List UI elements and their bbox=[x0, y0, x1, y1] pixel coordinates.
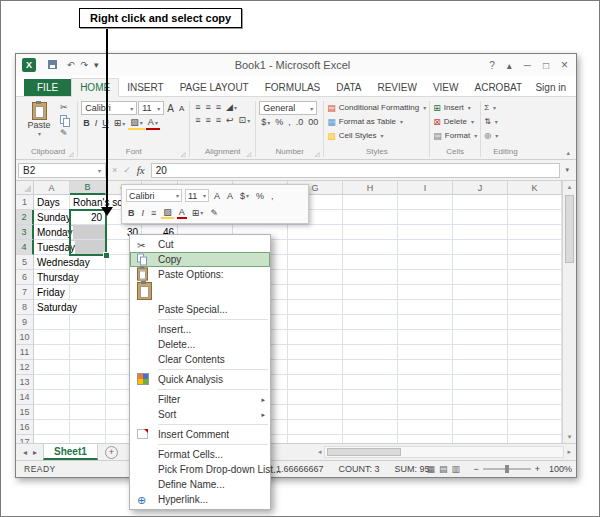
cell-A5[interactable]: Wednesday bbox=[34, 255, 70, 270]
scroll-up-icon[interactable]: ▴ bbox=[563, 181, 576, 193]
mini-grow-font-button[interactable]: A bbox=[212, 191, 222, 201]
cell-J10[interactable] bbox=[453, 330, 508, 345]
cell-K8[interactable] bbox=[508, 300, 562, 315]
cell-A10[interactable] bbox=[34, 330, 70, 345]
cell-K9[interactable] bbox=[508, 315, 562, 330]
cell-J14[interactable] bbox=[453, 390, 508, 405]
cell-I17[interactable] bbox=[398, 435, 453, 443]
cell-I10[interactable] bbox=[398, 330, 453, 345]
format-painter-button[interactable]: ✎ bbox=[58, 127, 72, 139]
cell-B17[interactable] bbox=[70, 435, 106, 443]
row-header-15[interactable]: 15 bbox=[16, 405, 34, 420]
mini-bold-button[interactable]: B bbox=[126, 208, 137, 218]
mini-accounting-button[interactable]: $▾ bbox=[238, 191, 251, 201]
font-name-combo[interactable]: Calibri▾ bbox=[81, 101, 137, 115]
formula-input[interactable]: 20 bbox=[151, 163, 561, 178]
cell-K14[interactable] bbox=[508, 390, 562, 405]
select-all-corner[interactable] bbox=[16, 181, 34, 195]
cell-A3[interactable]: Monday bbox=[34, 225, 70, 240]
column-header-I[interactable]: I bbox=[398, 181, 453, 195]
cell-H4[interactable] bbox=[343, 240, 398, 255]
zoom-in-icon[interactable]: + bbox=[535, 464, 540, 474]
cell-G16[interactable] bbox=[288, 420, 343, 435]
row-header-14[interactable]: 14 bbox=[16, 390, 34, 405]
cut-button[interactable]: ✂ bbox=[58, 101, 72, 113]
cell-H5[interactable] bbox=[343, 255, 398, 270]
cell-H8[interactable] bbox=[343, 300, 398, 315]
cell-I13[interactable] bbox=[398, 375, 453, 390]
row-header-12[interactable]: 12 bbox=[16, 360, 34, 375]
cell-J11[interactable] bbox=[453, 345, 508, 360]
cell-I3[interactable] bbox=[398, 225, 453, 240]
insert-cells-button[interactable]: ⊞ Insert ▾ bbox=[433, 101, 477, 114]
cell-B16[interactable] bbox=[70, 420, 106, 435]
cell-A7[interactable]: Friday bbox=[34, 285, 70, 300]
column-header-A[interactable]: A bbox=[34, 181, 70, 195]
cell-H1[interactable] bbox=[343, 195, 398, 210]
tab-data[interactable]: DATA bbox=[328, 79, 369, 96]
cell-I14[interactable] bbox=[398, 390, 453, 405]
mini-align-center-button[interactable]: ≡ bbox=[149, 208, 158, 218]
cell-B13[interactable] bbox=[70, 375, 106, 390]
cell-B12[interactable] bbox=[70, 360, 106, 375]
menu-item-insert-comment[interactable]: Insert Comment bbox=[130, 427, 270, 442]
cell-K4[interactable] bbox=[508, 240, 562, 255]
cell-K2[interactable] bbox=[508, 210, 562, 225]
insert-function-icon[interactable]: fx bbox=[137, 164, 145, 176]
cell-K17[interactable] bbox=[508, 435, 562, 443]
mini-font-color-button[interactable]: A bbox=[177, 207, 187, 219]
tab-home[interactable]: HOME bbox=[71, 78, 119, 97]
cell-A13[interactable] bbox=[34, 375, 70, 390]
qat-customize-button[interactable]: ▾ bbox=[91, 60, 102, 70]
menu-item-cut[interactable]: ✂Cut bbox=[130, 237, 270, 252]
percent-style-button[interactable]: % bbox=[273, 116, 285, 128]
cancel-icon[interactable]: × bbox=[112, 165, 117, 175]
cell-I2[interactable] bbox=[398, 210, 453, 225]
fill-handle[interactable] bbox=[103, 252, 110, 259]
cell-H7[interactable] bbox=[343, 285, 398, 300]
help-button[interactable]: ? bbox=[483, 60, 501, 71]
close-button[interactable]: × bbox=[555, 58, 576, 72]
menu-item-paste-special[interactable]: Paste Special... bbox=[130, 302, 270, 317]
cell-K16[interactable] bbox=[508, 420, 562, 435]
increase-decimal-button[interactable]: .0 bbox=[294, 116, 306, 128]
menu-item-insert[interactable]: Insert... bbox=[130, 322, 270, 337]
cell-G4[interactable] bbox=[288, 240, 343, 255]
format-as-table-button[interactable]: ▦ Format as Table ▾ bbox=[327, 115, 426, 128]
menu-paste-option-button[interactable] bbox=[130, 282, 270, 302]
mini-font-size-combo[interactable]: 11▾ bbox=[185, 189, 209, 202]
menu-item-pick-from-drop-down-list[interactable]: Pick From Drop-down List... bbox=[130, 462, 270, 477]
cell-H17[interactable] bbox=[343, 435, 398, 443]
column-header-B[interactable]: B bbox=[70, 181, 106, 195]
merge-center-button[interactable]: ⊡▾ bbox=[237, 114, 253, 126]
cell-I6[interactable] bbox=[398, 270, 453, 285]
tab-insert[interactable]: INSERT bbox=[119, 79, 172, 96]
cell-I8[interactable] bbox=[398, 300, 453, 315]
cell-H15[interactable] bbox=[343, 405, 398, 420]
wrap-text-button[interactable]: ↩ bbox=[224, 114, 236, 126]
number-dialog-launcher-icon[interactable]: ◿ bbox=[315, 150, 320, 157]
row-header-3[interactable]: 3 bbox=[16, 225, 34, 240]
cell-G15[interactable] bbox=[288, 405, 343, 420]
cell-J7[interactable] bbox=[453, 285, 508, 300]
minimize-button[interactable]: ─ bbox=[518, 60, 537, 71]
formula-bar-expand-icon[interactable]: ▾ bbox=[560, 166, 574, 174]
mini-shrink-font-button[interactable]: A bbox=[225, 191, 235, 201]
cell-G7[interactable] bbox=[288, 285, 343, 300]
view-page-break-icon[interactable]: ▥ bbox=[451, 464, 460, 474]
row-header-8[interactable]: 8 bbox=[16, 300, 34, 315]
cell-K6[interactable] bbox=[508, 270, 562, 285]
cell-H3[interactable] bbox=[343, 225, 398, 240]
cell-G17[interactable] bbox=[288, 435, 343, 443]
cell-J16[interactable] bbox=[453, 420, 508, 435]
menu-item-delete[interactable]: Delete... bbox=[130, 337, 270, 352]
mini-italic-button[interactable]: I bbox=[140, 208, 147, 218]
font-color-button[interactable]: A▾ bbox=[146, 116, 160, 130]
zoom-slider-thumb[interactable] bbox=[505, 465, 509, 473]
borders-button[interactable]: ⊞▾ bbox=[112, 117, 128, 129]
cell-B15[interactable] bbox=[70, 405, 106, 420]
cell-H6[interactable] bbox=[343, 270, 398, 285]
mini-font-name-combo[interactable]: Calibri▾ bbox=[126, 189, 182, 202]
enter-icon[interactable]: ✓ bbox=[123, 165, 131, 175]
cell-styles-button[interactable]: ▧ Cell Styles ▾ bbox=[327, 129, 426, 142]
